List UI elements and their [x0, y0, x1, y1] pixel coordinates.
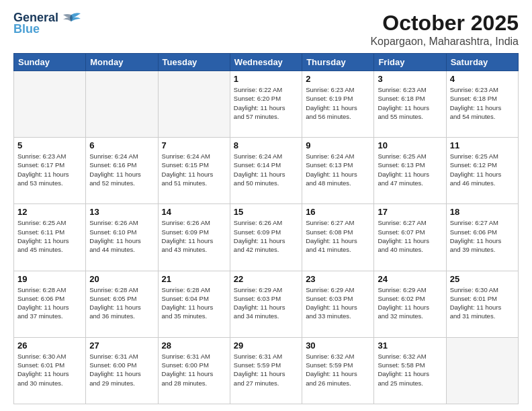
day-info: Sunrise: 6:22 AM Sunset: 6:20 PM Dayligh…	[234, 85, 298, 121]
day-number: 19	[17, 274, 82, 284]
day-info: Sunrise: 6:28 AM Sunset: 6:04 PM Dayligh…	[162, 285, 226, 321]
day-info: Sunrise: 6:26 AM Sunset: 6:10 PM Dayligh…	[89, 218, 154, 254]
calendar-cell: 28Sunrise: 6:31 AM Sunset: 6:00 PM Dayli…	[158, 337, 230, 404]
day-info: Sunrise: 6:29 AM Sunset: 6:02 PM Dayligh…	[378, 285, 442, 321]
day-info: Sunrise: 6:29 AM Sunset: 6:03 PM Dayligh…	[306, 285, 370, 321]
day-info: Sunrise: 6:26 AM Sunset: 6:09 PM Dayligh…	[234, 218, 298, 254]
week-row-0: 1Sunrise: 6:22 AM Sunset: 6:20 PM Daylig…	[14, 71, 519, 138]
calendar-cell: 5Sunrise: 6:23 AM Sunset: 6:17 PM Daylig…	[14, 138, 86, 204]
day-number: 11	[450, 140, 515, 150]
weekday-header-friday: Friday	[374, 54, 446, 71]
calendar-cell: 25Sunrise: 6:30 AM Sunset: 6:01 PM Dayli…	[446, 271, 518, 337]
day-number: 2	[306, 74, 370, 84]
calendar-cell: 11Sunrise: 6:25 AM Sunset: 6:12 PM Dayli…	[446, 138, 518, 204]
calendar-cell: 12Sunrise: 6:25 AM Sunset: 6:11 PM Dayli…	[14, 204, 86, 271]
calendar-cell	[86, 71, 158, 138]
logo: General Blue	[13, 11, 81, 36]
day-number: 22	[234, 274, 298, 284]
day-info: Sunrise: 6:24 AM Sunset: 6:14 PM Dayligh…	[234, 152, 298, 187]
day-info: Sunrise: 6:27 AM Sunset: 6:08 PM Dayligh…	[306, 218, 370, 254]
day-info: Sunrise: 6:23 AM Sunset: 6:19 PM Dayligh…	[306, 85, 370, 121]
day-number: 30	[306, 340, 370, 351]
calendar-title: October 2025	[370, 11, 519, 36]
weekday-header-thursday: Thursday	[302, 54, 374, 71]
day-number: 23	[306, 274, 370, 284]
calendar-cell: 4Sunrise: 6:23 AM Sunset: 6:18 PM Daylig…	[446, 71, 518, 138]
week-row-4: 26Sunrise: 6:30 AM Sunset: 6:01 PM Dayli…	[14, 337, 519, 404]
page: General Blue October 2025 Kopargaon, Mah…	[0, 0, 532, 411]
calendar-cell: 27Sunrise: 6:31 AM Sunset: 6:00 PM Dayli…	[86, 337, 158, 404]
calendar-cell: 23Sunrise: 6:29 AM Sunset: 6:03 PM Dayli…	[302, 271, 374, 337]
day-number: 9	[306, 140, 370, 150]
day-number: 8	[234, 140, 298, 150]
day-info: Sunrise: 6:30 AM Sunset: 6:01 PM Dayligh…	[450, 285, 515, 321]
calendar-cell: 22Sunrise: 6:29 AM Sunset: 6:03 PM Dayli…	[230, 271, 302, 337]
day-number: 21	[162, 274, 226, 284]
calendar-cell: 30Sunrise: 6:32 AM Sunset: 5:59 PM Dayli…	[302, 337, 374, 404]
day-number: 13	[89, 207, 154, 217]
day-info: Sunrise: 6:25 AM Sunset: 6:13 PM Dayligh…	[378, 152, 442, 187]
calendar-cell: 6Sunrise: 6:24 AM Sunset: 6:16 PM Daylig…	[86, 138, 158, 204]
day-info: Sunrise: 6:31 AM Sunset: 6:00 PM Dayligh…	[89, 352, 154, 387]
calendar-cell: 31Sunrise: 6:32 AM Sunset: 5:58 PM Dayli…	[374, 337, 446, 404]
calendar-cell: 20Sunrise: 6:28 AM Sunset: 6:05 PM Dayli…	[86, 271, 158, 337]
weekday-header-saturday: Saturday	[446, 54, 518, 71]
day-number: 6	[89, 140, 154, 150]
day-info: Sunrise: 6:25 AM Sunset: 6:12 PM Dayligh…	[450, 152, 515, 187]
calendar-cell: 7Sunrise: 6:24 AM Sunset: 6:15 PM Daylig…	[158, 138, 230, 204]
calendar-cell: 15Sunrise: 6:26 AM Sunset: 6:09 PM Dayli…	[230, 204, 302, 271]
calendar-cell	[446, 337, 518, 404]
day-number: 29	[234, 340, 298, 351]
calendar-cell: 3Sunrise: 6:23 AM Sunset: 6:18 PM Daylig…	[374, 71, 446, 138]
weekday-header-tuesday: Tuesday	[158, 54, 230, 71]
day-info: Sunrise: 6:25 AM Sunset: 6:11 PM Dayligh…	[17, 218, 82, 254]
day-info: Sunrise: 6:26 AM Sunset: 6:09 PM Dayligh…	[162, 218, 226, 254]
weekday-header-wednesday: Wednesday	[230, 54, 302, 71]
title-block: October 2025 Kopargaon, Maharashtra, Ind…	[370, 11, 519, 48]
day-number: 7	[162, 140, 226, 150]
logo-bird-icon	[62, 12, 81, 24]
weekday-header-sunday: Sunday	[14, 54, 86, 71]
day-info: Sunrise: 6:28 AM Sunset: 6:06 PM Dayligh…	[17, 285, 82, 321]
day-number: 18	[450, 207, 515, 217]
day-number: 26	[17, 340, 82, 351]
calendar-cell: 26Sunrise: 6:30 AM Sunset: 6:01 PM Dayli…	[14, 337, 86, 404]
calendar-cell: 16Sunrise: 6:27 AM Sunset: 6:08 PM Dayli…	[302, 204, 374, 271]
day-number: 27	[89, 340, 154, 351]
day-number: 28	[162, 340, 226, 351]
day-number: 12	[17, 207, 82, 217]
week-row-2: 12Sunrise: 6:25 AM Sunset: 6:11 PM Dayli…	[14, 204, 519, 271]
calendar-cell: 13Sunrise: 6:26 AM Sunset: 6:10 PM Dayli…	[86, 204, 158, 271]
day-info: Sunrise: 6:24 AM Sunset: 6:15 PM Dayligh…	[162, 152, 226, 187]
calendar-cell: 2Sunrise: 6:23 AM Sunset: 6:19 PM Daylig…	[302, 71, 374, 138]
day-info: Sunrise: 6:27 AM Sunset: 6:06 PM Dayligh…	[450, 218, 515, 254]
calendar-cell: 10Sunrise: 6:25 AM Sunset: 6:13 PM Dayli…	[374, 138, 446, 204]
day-info: Sunrise: 6:32 AM Sunset: 5:59 PM Dayligh…	[306, 352, 370, 387]
day-number: 10	[378, 140, 442, 150]
weekday-header-monday: Monday	[86, 54, 158, 71]
weekday-header-row: SundayMondayTuesdayWednesdayThursdayFrid…	[14, 54, 519, 71]
day-number: 24	[378, 274, 442, 284]
day-info: Sunrise: 6:23 AM Sunset: 6:18 PM Dayligh…	[450, 85, 515, 121]
day-number: 14	[162, 207, 226, 217]
week-row-3: 19Sunrise: 6:28 AM Sunset: 6:06 PM Dayli…	[14, 271, 519, 337]
calendar-cell: 21Sunrise: 6:28 AM Sunset: 6:04 PM Dayli…	[158, 271, 230, 337]
day-number: 17	[378, 207, 442, 217]
logo-blue: Blue	[13, 22, 40, 36]
day-info: Sunrise: 6:31 AM Sunset: 5:59 PM Dayligh…	[234, 352, 298, 387]
calendar-cell: 18Sunrise: 6:27 AM Sunset: 6:06 PM Dayli…	[446, 204, 518, 271]
calendar-cell: 8Sunrise: 6:24 AM Sunset: 6:14 PM Daylig…	[230, 138, 302, 204]
calendar-cell: 19Sunrise: 6:28 AM Sunset: 6:06 PM Dayli…	[14, 271, 86, 337]
day-info: Sunrise: 6:24 AM Sunset: 6:16 PM Dayligh…	[89, 152, 154, 187]
day-info: Sunrise: 6:29 AM Sunset: 6:03 PM Dayligh…	[234, 285, 298, 321]
header: General Blue October 2025 Kopargaon, Mah…	[13, 11, 519, 48]
calendar-cell: 29Sunrise: 6:31 AM Sunset: 5:59 PM Dayli…	[230, 337, 302, 404]
calendar-cell: 17Sunrise: 6:27 AM Sunset: 6:07 PM Dayli…	[374, 204, 446, 271]
calendar-cell	[158, 71, 230, 138]
calendar-table: SundayMondayTuesdayWednesdayThursdayFrid…	[13, 53, 519, 404]
day-info: Sunrise: 6:32 AM Sunset: 5:58 PM Dayligh…	[378, 352, 442, 387]
calendar-subtitle: Kopargaon, Maharashtra, India	[370, 36, 519, 48]
day-number: 3	[378, 74, 442, 84]
day-info: Sunrise: 6:23 AM Sunset: 6:17 PM Dayligh…	[17, 152, 82, 187]
day-number: 1	[234, 74, 298, 84]
